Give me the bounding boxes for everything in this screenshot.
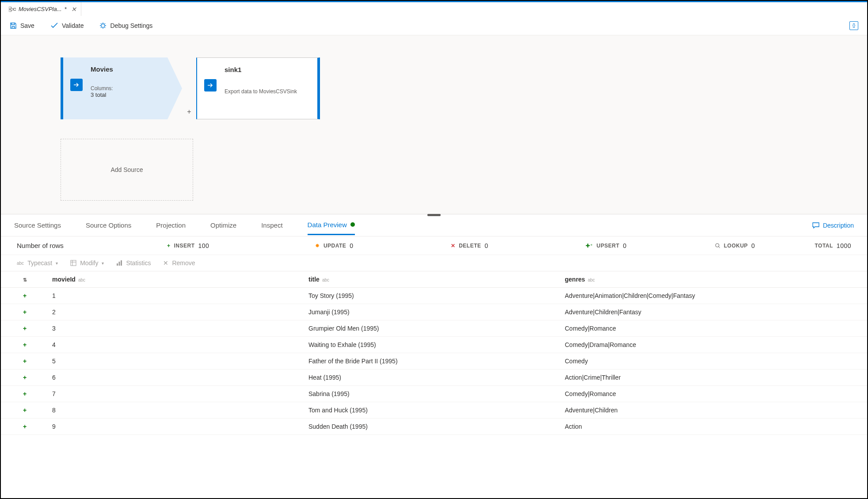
source-node-title: Movies (91, 65, 175, 73)
cell-movieid: 7 (45, 386, 301, 402)
svg-line-3 (11, 8, 14, 9)
cell-movieid: 1 (45, 288, 301, 304)
cell-genres: Comedy|Drama|Romance (558, 337, 867, 353)
code-toggle-button[interactable]: {} (849, 21, 858, 30)
description-button[interactable]: Description (812, 222, 854, 229)
modify-button[interactable]: Modify ▾ (70, 259, 104, 267)
add-source-button[interactable]: Add Source (61, 139, 193, 201)
cell-title: Waiting to Exhale (1995) (301, 337, 558, 353)
cell-movieid: 8 (45, 402, 301, 419)
cell-title: Jumanji (1995) (301, 304, 558, 320)
svg-rect-11 (117, 263, 118, 266)
svg-rect-12 (119, 262, 120, 266)
svg-point-6 (716, 244, 719, 247)
tab-data-preview[interactable]: Data Preview (308, 216, 355, 235)
col-genres[interactable]: genresabc (558, 271, 867, 288)
table-row[interactable]: +3Grumpier Old Men (1995)Comedy|Romance (1, 320, 867, 337)
stat-total: TOTAL 1000 (815, 242, 851, 249)
svg-line-4 (11, 9, 14, 11)
table-row[interactable]: +7Sabrina (1995)Comedy|Romance (1, 386, 867, 402)
source-node-movies[interactable]: Movies Columns: 3 total (61, 57, 182, 119)
settings-tabs: Source Settings Source Options Projectio… (1, 214, 867, 236)
tab-dirty: * (65, 6, 67, 12)
table-row[interactable]: +9Sudden Death (1995)Action (1, 419, 867, 435)
statistics-button[interactable]: Statistics (116, 259, 151, 267)
svg-rect-13 (121, 260, 122, 266)
stat-update: ✸ UPDATE 0 (315, 242, 353, 249)
cell-movieid: 2 (45, 304, 301, 320)
typecast-button[interactable]: abc Typecast ▾ (17, 259, 58, 267)
sink-node-sink1[interactable]: sink1 Export data to MoviesCSVSink (196, 57, 320, 119)
tab-title: MoviesCSVPla... (19, 6, 62, 12)
col-movieid[interactable]: movieIdabc (45, 271, 301, 288)
tab-source-settings[interactable]: Source Settings (14, 216, 61, 234)
add-step-button[interactable]: + (184, 108, 194, 119)
cell-title: Tom and Huck (1995) (301, 402, 558, 419)
row-insert-icon[interactable]: + (23, 325, 27, 332)
svg-point-5 (101, 24, 105, 27)
cell-title: Sabrina (1995) (301, 386, 558, 402)
col-title[interactable]: titleabc (301, 271, 558, 288)
star-icon: ✸ (315, 243, 320, 249)
cell-genres: Action|Crime|Thriller (558, 369, 867, 386)
stat-upsert: ✚⁺ UPSERT 0 (586, 242, 627, 249)
source-columns-count: 3 total (91, 91, 175, 98)
tab-projection[interactable]: Projection (156, 216, 186, 234)
chevron-down-icon: ▾ (102, 261, 104, 266)
sort-icon: ⇅ (23, 277, 27, 282)
row-insert-icon[interactable]: + (23, 407, 27, 414)
tab-source-options[interactable]: Source Options (86, 216, 131, 234)
table-row[interactable]: +6Heat (1995)Action|Crime|Thriller (1, 369, 867, 386)
cell-title: Toy Story (1995) (301, 288, 558, 304)
tab-inspect[interactable]: Inspect (261, 216, 282, 234)
upsert-icon: ✚⁺ (586, 243, 593, 249)
row-insert-icon[interactable]: + (23, 390, 27, 397)
table-row[interactable]: +2Jumanji (1995)Adventure|Children|Fanta… (1, 304, 867, 320)
row-insert-icon[interactable]: + (23, 341, 27, 348)
row-insert-icon[interactable]: + (23, 292, 27, 299)
stat-lookup: LOOKUP 0 (715, 242, 755, 249)
cell-movieid: 5 (45, 353, 301, 369)
cell-movieid: 6 (45, 369, 301, 386)
search-icon (715, 243, 720, 248)
save-button[interactable]: Save (10, 22, 34, 29)
stat-insert: + INSERT 100 (167, 242, 209, 249)
stat-delete: ✕ DELETE 0 (451, 242, 488, 249)
debug-settings-button[interactable]: Debug Settings (99, 22, 152, 29)
chart-icon (116, 260, 122, 266)
sink-node-title: sink1 (225, 66, 297, 73)
save-icon (10, 22, 17, 29)
check-icon (50, 23, 58, 29)
data-table: ⇅ movieIdabc titleabc genresabc +1Toy St… (1, 271, 867, 435)
plus-icon: + (167, 243, 171, 249)
status-dot-icon (350, 222, 355, 227)
remove-button[interactable]: ✕ Remove (163, 259, 195, 267)
table-row[interactable]: +1Toy Story (1995)Adventure|Animation|Ch… (1, 288, 867, 304)
row-insert-icon[interactable]: + (23, 374, 27, 381)
cell-title: Sudden Death (1995) (301, 419, 558, 435)
file-tab[interactable]: MoviesCSVPla... * ✕ (4, 2, 81, 16)
remove-icon: ✕ (163, 259, 168, 267)
source-icon (70, 79, 83, 91)
dataflow-icon (9, 7, 16, 12)
validate-button[interactable]: Validate (50, 22, 84, 29)
row-insert-icon[interactable]: + (23, 358, 27, 365)
row-insert-icon[interactable]: + (23, 423, 27, 430)
sink-icon (204, 79, 217, 91)
col-sort[interactable]: ⇅ (1, 271, 45, 288)
cell-title: Heat (1995) (301, 369, 558, 386)
table-row[interactable]: +5Father of the Bride Part II (1995)Come… (1, 353, 867, 369)
cell-genres: Comedy (558, 353, 867, 369)
stats-row: Number of rows + INSERT 100 ✸ UPDATE 0 ✕… (1, 236, 867, 255)
cell-genres: Action (558, 419, 867, 435)
table-row[interactable]: +8Tom and Huck (1995)Adventure|Children (1, 402, 867, 419)
resize-handle[interactable] (427, 214, 441, 216)
tab-optimize[interactable]: Optimize (210, 216, 236, 234)
cell-title: Grumpier Old Men (1995) (301, 320, 558, 337)
cell-genres: Adventure|Children (558, 402, 867, 419)
row-insert-icon[interactable]: + (23, 309, 27, 316)
table-row[interactable]: +4Waiting to Exhale (1995)Comedy|Drama|R… (1, 337, 867, 353)
close-icon[interactable]: ✕ (71, 6, 76, 13)
flow-canvas: Movies Columns: 3 total + sink1 Export d… (1, 35, 867, 214)
sink-node-desc: Export data to MoviesCSVSink (225, 88, 297, 95)
